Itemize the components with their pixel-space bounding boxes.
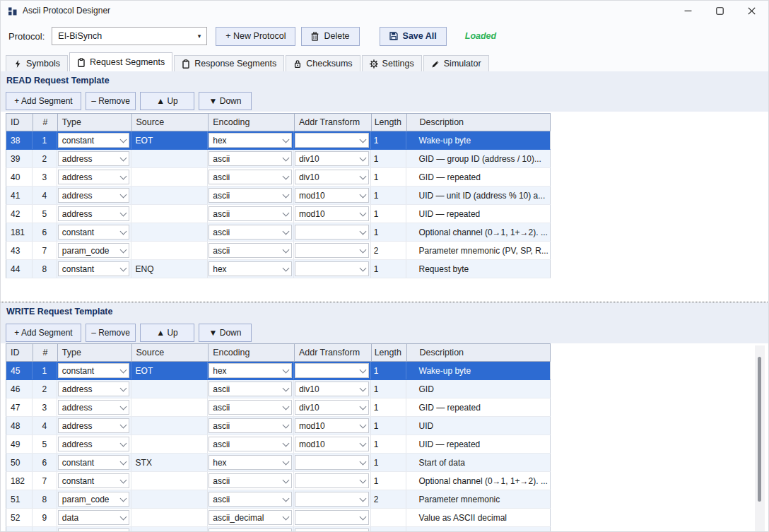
encoding-select[interactable]: ascii	[209, 206, 292, 221]
cell-source: STX	[131, 454, 209, 471]
encoding-select[interactable]: hex	[209, 133, 292, 148]
encoding-select[interactable]: ascii	[209, 418, 292, 433]
addr-transform-select[interactable]: div10	[295, 170, 369, 184]
addr-transform-select[interactable]	[295, 261, 369, 276]
vertical-scrollbar[interactable]	[755, 345, 765, 532]
addr-transform-select[interactable]	[295, 243, 369, 258]
type-select[interactable]: constant	[58, 363, 129, 378]
new-protocol-button[interactable]: + New Protocol	[216, 27, 295, 46]
addr-transform-select[interactable]: div10	[295, 382, 369, 396]
segment-row[interactable]: 529dataascii_decimalValue as ASCII decim…	[6, 509, 551, 527]
tab-symbols[interactable]: Symbols	[6, 55, 68, 71]
type-select[interactable]: constant	[58, 133, 129, 148]
remove-segment-button[interactable]: – Remove	[86, 92, 136, 110]
type-select[interactable]: address	[58, 188, 129, 203]
maximize-button[interactable]	[704, 0, 736, 21]
addr-transform-select[interactable]: div10	[295, 400, 369, 415]
addr-transform-select[interactable]	[295, 473, 369, 488]
addr-transform-select[interactable]: mod10	[295, 206, 369, 221]
move-up-button[interactable]: ▲ Up	[140, 92, 194, 110]
addr-transform-select[interactable]	[295, 455, 369, 470]
add-segment-button[interactable]: + Add Segment	[6, 324, 81, 342]
scrollbar-thumb[interactable]	[758, 357, 761, 502]
add-segment-button[interactable]: + Add Segment	[6, 92, 81, 110]
addr-transform-select[interactable]: div10	[295, 151, 369, 166]
move-down-button[interactable]: ▼ Down	[199, 324, 252, 342]
save-all-button[interactable]: Save All	[380, 27, 447, 46]
tab-settings[interactable]: Settings	[362, 55, 422, 71]
addr-transform-select[interactable]: mod10	[295, 188, 369, 203]
type-select[interactable]	[58, 528, 129, 532]
protocol-select[interactable]: EI-BiSynch ▾	[52, 27, 207, 45]
cell-desc: UID — repeated	[406, 435, 550, 453]
type-select[interactable]: constant	[58, 455, 129, 470]
segment-row-partial[interactable]	[6, 527, 551, 532]
segment-row[interactable]: 484addressasciimod101UID	[6, 417, 551, 435]
type-select[interactable]: address	[58, 382, 129, 396]
type-select[interactable]: param_code	[58, 492, 129, 507]
addr-transform-select[interactable]	[295, 492, 369, 507]
segment-row[interactable]: 518param_codeascii2Parameter mnemonic	[6, 490, 551, 509]
cell-source: EOT	[131, 131, 209, 149]
segment-row[interactable]: 473addressasciidiv101GID — repeated	[6, 398, 551, 417]
tab-checksums[interactable]: Checksums	[286, 55, 360, 71]
addr-transform-select[interactable]	[295, 510, 369, 525]
tab-simulator[interactable]: Simulator	[423, 55, 489, 71]
move-down-button[interactable]: ▼ Down	[199, 92, 252, 110]
tab-response-segments[interactable]: Response Segments	[174, 55, 284, 71]
cell-encoding: ascii	[208, 150, 294, 167]
encoding-select[interactable]: hex	[209, 455, 292, 470]
segment-row[interactable]: 448constantENQhex1Request byte	[6, 260, 551, 278]
addr-transform-select[interactable]	[295, 133, 369, 148]
segment-row[interactable]: 414addressasciimod101UID — unit ID (addr…	[6, 187, 551, 205]
addr-transform-select[interactable]	[295, 363, 369, 378]
segment-row[interactable]: 506constantSTXhex1Start of data	[6, 454, 551, 472]
remove-segment-button[interactable]: – Remove	[86, 324, 136, 342]
close-button[interactable]	[736, 0, 768, 21]
addr-transform-select[interactable]	[295, 225, 369, 240]
type-select[interactable]: constant	[58, 261, 129, 276]
segment-row[interactable]: 495addressasciimod101UID — repeated	[6, 435, 551, 454]
encoding-select[interactable]: ascii_decimal	[209, 510, 292, 525]
segment-row[interactable]: 437param_codeascii2Parameter mnemonic (P…	[6, 242, 551, 260]
encoding-select[interactable]: ascii	[209, 492, 292, 507]
segment-row[interactable]: 381constantEOThex1Wake-up byte	[6, 131, 551, 150]
type-select[interactable]: address	[58, 170, 129, 184]
type-select[interactable]: param_code	[58, 243, 129, 258]
encoding-select[interactable]: ascii	[209, 188, 292, 203]
encoding-select[interactable]: hex	[209, 363, 292, 378]
type-select[interactable]: data	[58, 510, 129, 525]
encoding-select[interactable]: ascii	[209, 437, 292, 451]
type-select[interactable]: address	[58, 206, 129, 221]
type-select[interactable]: address	[58, 437, 129, 451]
delete-button[interactable]: Delete	[301, 27, 359, 46]
segment-row[interactable]: 392addressasciidiv101GID — group ID (add…	[6, 150, 551, 168]
type-select[interactable]: constant	[58, 473, 129, 488]
encoding-select[interactable]: ascii	[209, 473, 292, 488]
chevron-down-icon	[119, 155, 127, 162]
type-select[interactable]: constant	[58, 225, 129, 240]
type-select[interactable]: address	[58, 418, 129, 433]
encoding-select[interactable]: ascii	[209, 382, 292, 396]
encoding-select[interactable]: ascii	[209, 225, 292, 240]
encoding-select[interactable]: ascii	[209, 400, 292, 415]
segment-row[interactable]: 1827constantascii1Optional channel (0→1,…	[6, 472, 551, 490]
segment-row[interactable]: 425addressasciimod101UID — repeated	[6, 205, 551, 223]
addr-transform-select[interactable]: mod10	[295, 437, 369, 451]
segment-row[interactable]: 451constantEOThex1Wake-up byte	[6, 362, 551, 380]
segment-row[interactable]: 1816constantascii1Optional channel (0→1,…	[6, 223, 551, 242]
move-up-button[interactable]: ▲ Up	[140, 324, 194, 342]
encoding-select[interactable]: ascii	[209, 170, 292, 184]
addr-transform-select[interactable]	[295, 528, 369, 532]
tab-request-segments[interactable]: Request Segments	[69, 52, 172, 71]
encoding-select[interactable]: ascii	[209, 243, 292, 258]
segment-row[interactable]: 462addressasciidiv101GID	[6, 380, 551, 398]
segment-row[interactable]: 403addressasciidiv101GID — repeated	[6, 168, 551, 187]
encoding-select[interactable]	[209, 528, 292, 532]
type-select[interactable]: address	[58, 151, 129, 166]
addr-transform-select[interactable]: mod10	[295, 418, 369, 433]
type-select[interactable]: address	[58, 400, 129, 415]
minimize-button[interactable]	[672, 0, 704, 21]
encoding-select[interactable]: ascii	[209, 151, 292, 166]
encoding-select[interactable]: hex	[209, 261, 292, 276]
